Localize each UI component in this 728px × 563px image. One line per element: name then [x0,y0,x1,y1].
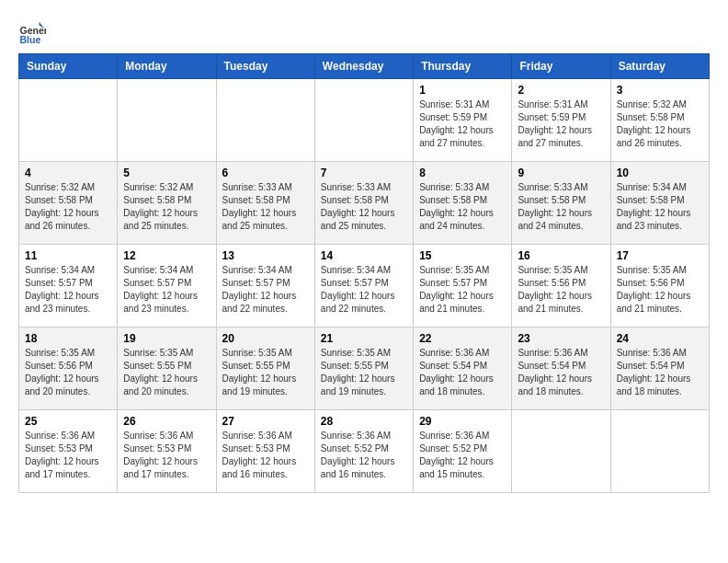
day-header-wednesday: Wednesday [314,54,413,79]
day-number: 9 [518,167,604,179]
day-number: 1 [419,84,506,97]
day-detail: Sunrise: 5:33 AMSunset: 5:58 PMDaylight:… [321,181,407,233]
calendar-cell: 29Sunrise: 5:36 AMSunset: 5:52 PMDayligh… [414,410,512,493]
day-header-friday: Friday [512,54,610,79]
day-number: 2 [518,84,604,97]
day-number: 4 [25,167,111,179]
calendar-week-5: 25Sunrise: 5:36 AMSunset: 5:53 PMDayligh… [19,410,710,493]
day-number: 5 [123,167,210,179]
day-header-thursday: Thursday [414,54,512,79]
calendar-header-row: SundayMondayTuesdayWednesdayThursdayFrid… [19,54,710,79]
day-number: 25 [25,415,111,428]
calendar-cell: 6Sunrise: 5:33 AMSunset: 5:58 PMDaylight… [216,162,314,245]
day-number: 11 [25,249,111,262]
day-detail: Sunrise: 5:32 AMSunset: 5:58 PMDaylight:… [123,181,210,233]
day-detail: Sunrise: 5:35 AMSunset: 5:56 PMDaylight:… [617,264,703,316]
calendar-cell: 19Sunrise: 5:35 AMSunset: 5:55 PMDayligh… [118,327,216,410]
day-header-monday: Monday [118,54,216,79]
calendar-cell: 9Sunrise: 5:33 AMSunset: 5:58 PMDaylight… [512,162,610,245]
day-detail: Sunrise: 5:36 AMSunset: 5:53 PMDaylight:… [222,430,309,481]
day-detail: Sunrise: 5:32 AMSunset: 5:58 PMDaylight:… [25,181,111,233]
calendar-cell: 26Sunrise: 5:36 AMSunset: 5:53 PMDayligh… [118,410,216,493]
day-number: 10 [617,167,703,179]
day-detail: Sunrise: 5:33 AMSunset: 5:58 PMDaylight:… [518,181,604,233]
svg-text:Blue: Blue [20,34,41,45]
calendar-cell [314,79,413,162]
calendar-cell: 21Sunrise: 5:35 AMSunset: 5:55 PMDayligh… [314,327,413,410]
day-detail: Sunrise: 5:36 AMSunset: 5:54 PMDaylight:… [518,347,604,398]
day-number: 15 [419,249,506,262]
day-detail: Sunrise: 5:34 AMSunset: 5:57 PMDaylight:… [321,264,407,316]
calendar-cell: 20Sunrise: 5:35 AMSunset: 5:55 PMDayligh… [216,327,314,410]
day-detail: Sunrise: 5:32 AMSunset: 5:58 PMDaylight:… [617,98,703,150]
calendar-cell: 13Sunrise: 5:34 AMSunset: 5:57 PMDayligh… [216,245,314,327]
logo: General Blue [18,18,46,46]
day-detail: Sunrise: 5:36 AMSunset: 5:52 PMDaylight:… [321,430,407,481]
logo-icon: General Blue [18,18,46,46]
calendar-cell [118,79,216,162]
calendar-cell [512,410,610,493]
calendar-cell: 5Sunrise: 5:32 AMSunset: 5:58 PMDaylight… [118,162,216,245]
calendar-cell: 14Sunrise: 5:34 AMSunset: 5:57 PMDayligh… [314,245,413,327]
day-detail: Sunrise: 5:36 AMSunset: 5:54 PMDaylight:… [617,347,703,398]
day-header-tuesday: Tuesday [216,54,314,79]
calendar-cell: 3Sunrise: 5:32 AMSunset: 5:58 PMDaylight… [610,79,709,162]
day-number: 24 [617,332,703,345]
day-number: 14 [321,249,407,262]
day-header-saturday: Saturday [610,54,709,79]
day-number: 20 [222,332,309,345]
day-detail: Sunrise: 5:34 AMSunset: 5:57 PMDaylight:… [123,264,210,316]
calendar-cell: 17Sunrise: 5:35 AMSunset: 5:56 PMDayligh… [610,245,709,327]
calendar-cell: 18Sunrise: 5:35 AMSunset: 5:56 PMDayligh… [19,327,118,410]
calendar-week-4: 18Sunrise: 5:35 AMSunset: 5:56 PMDayligh… [19,327,710,410]
calendar-cell: 7Sunrise: 5:33 AMSunset: 5:58 PMDaylight… [314,162,413,245]
day-detail: Sunrise: 5:34 AMSunset: 5:58 PMDaylight:… [617,181,703,233]
calendar-cell: 22Sunrise: 5:36 AMSunset: 5:54 PMDayligh… [414,327,512,410]
day-number: 26 [123,415,210,428]
day-number: 18 [25,332,111,345]
calendar-body: 1Sunrise: 5:31 AMSunset: 5:59 PMDaylight… [19,79,710,493]
calendar-cell: 23Sunrise: 5:36 AMSunset: 5:54 PMDayligh… [512,327,610,410]
day-number: 17 [617,249,703,262]
day-number: 21 [321,332,407,345]
day-detail: Sunrise: 5:33 AMSunset: 5:58 PMDaylight:… [419,181,506,233]
calendar-week-1: 1Sunrise: 5:31 AMSunset: 5:59 PMDaylight… [19,79,710,162]
day-detail: Sunrise: 5:35 AMSunset: 5:56 PMDaylight:… [25,347,111,398]
day-number: 3 [617,84,703,97]
day-detail: Sunrise: 5:36 AMSunset: 5:53 PMDaylight:… [25,430,111,481]
day-detail: Sunrise: 5:34 AMSunset: 5:57 PMDaylight:… [25,264,111,316]
calendar-cell: 2Sunrise: 5:31 AMSunset: 5:59 PMDaylight… [512,79,610,162]
calendar-cell: 8Sunrise: 5:33 AMSunset: 5:58 PMDaylight… [414,162,512,245]
calendar-week-2: 4Sunrise: 5:32 AMSunset: 5:58 PMDaylight… [19,162,710,245]
day-detail: Sunrise: 5:35 AMSunset: 5:57 PMDaylight:… [419,264,506,316]
day-number: 22 [419,332,506,345]
day-detail: Sunrise: 5:35 AMSunset: 5:56 PMDaylight:… [518,264,604,316]
day-number: 27 [222,415,309,428]
day-detail: Sunrise: 5:31 AMSunset: 5:59 PMDaylight:… [419,98,506,150]
day-number: 28 [321,415,407,428]
calendar-cell: 25Sunrise: 5:36 AMSunset: 5:53 PMDayligh… [19,410,118,493]
calendar-cell: 16Sunrise: 5:35 AMSunset: 5:56 PMDayligh… [512,245,610,327]
calendar-cell: 24Sunrise: 5:36 AMSunset: 5:54 PMDayligh… [610,327,709,410]
day-number: 13 [222,249,309,262]
day-detail: Sunrise: 5:33 AMSunset: 5:58 PMDaylight:… [222,181,309,233]
day-detail: Sunrise: 5:36 AMSunset: 5:52 PMDaylight:… [419,430,506,481]
calendar-cell [19,79,118,162]
calendar-cell: 28Sunrise: 5:36 AMSunset: 5:52 PMDayligh… [314,410,413,493]
day-detail: Sunrise: 5:35 AMSunset: 5:55 PMDaylight:… [222,347,309,398]
calendar-cell: 15Sunrise: 5:35 AMSunset: 5:57 PMDayligh… [414,245,512,327]
day-number: 23 [518,332,604,345]
day-detail: Sunrise: 5:35 AMSunset: 5:55 PMDaylight:… [321,347,407,398]
calendar-table: SundayMondayTuesdayWednesdayThursdayFrid… [18,53,710,493]
calendar-cell [216,79,314,162]
day-detail: Sunrise: 5:35 AMSunset: 5:55 PMDaylight:… [123,347,210,398]
calendar-cell: 12Sunrise: 5:34 AMSunset: 5:57 PMDayligh… [118,245,216,327]
day-number: 16 [518,249,604,262]
calendar-cell: 11Sunrise: 5:34 AMSunset: 5:57 PMDayligh… [19,245,118,327]
day-number: 12 [123,249,210,262]
day-detail: Sunrise: 5:36 AMSunset: 5:54 PMDaylight:… [419,347,506,398]
calendar-cell: 10Sunrise: 5:34 AMSunset: 5:58 PMDayligh… [610,162,709,245]
day-number: 19 [123,332,210,345]
day-detail: Sunrise: 5:36 AMSunset: 5:53 PMDaylight:… [123,430,210,481]
calendar-cell: 27Sunrise: 5:36 AMSunset: 5:53 PMDayligh… [216,410,314,493]
